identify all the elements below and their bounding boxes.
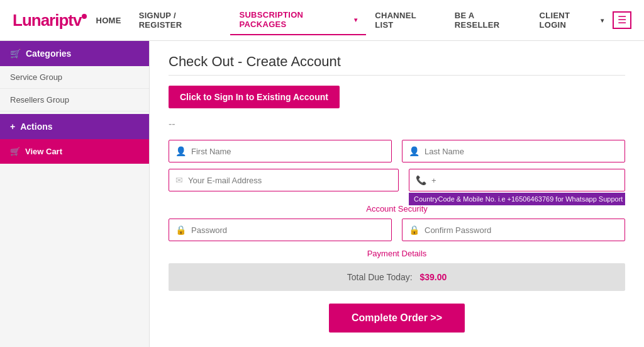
- password-wrapper: 🔒: [169, 219, 392, 241]
- nav-client-login[interactable]: CLIENT LOGIN ▾: [531, 6, 613, 35]
- email-input[interactable]: [188, 176, 392, 185]
- logo-dot: [82, 14, 87, 19]
- password-row: 🔒 🔒: [169, 219, 625, 241]
- password-input[interactable]: [191, 225, 385, 235]
- cart-icon: 🛒: [10, 48, 21, 59]
- complete-order-section: Complete Order >>: [169, 304, 625, 333]
- name-section: 👤 👤 ✉ 📞 Cou: [169, 140, 625, 191]
- payment-label: Payment Details: [169, 249, 625, 258]
- first-name-input[interactable]: [191, 147, 385, 156]
- total-label: Total Due Today:: [347, 272, 413, 282]
- name-row: 👤 👤: [169, 140, 625, 162]
- phone-tooltip: CountryCode & Mobile No. i.e +1650646376…: [409, 193, 625, 205]
- nav-reseller[interactable]: BE A RESELLER: [446, 6, 531, 35]
- email-icon: ✉: [175, 175, 183, 185]
- email-phone-row: ✉ 📞 CountryCode & Mobile No. i.e +165064…: [169, 169, 625, 191]
- sidebar-actions-header: + Actions: [0, 114, 149, 139]
- payment-box: Total Due Today: $39.00: [169, 263, 625, 291]
- last-name-input[interactable]: [425, 147, 618, 156]
- phone-container: 📞 CountryCode & Mobile No. i.e +16506463…: [409, 169, 625, 191]
- confirm-password-wrapper: 🔒: [402, 219, 625, 241]
- main-content: Check Out - Create Account Click to Sign…: [150, 41, 644, 347]
- phone-icon: 📞: [416, 175, 426, 185]
- nav-subscription[interactable]: SUBSCRIPTION PACKAGES ▾: [230, 5, 366, 35]
- page-title: Check Out - Create Account: [169, 54, 625, 76]
- sidebar: 🛒 Categories Service Group Resellers Gro…: [0, 41, 150, 347]
- lock-icon-2: 🔒: [409, 225, 419, 235]
- logo-text: Lunariptv: [13, 11, 81, 30]
- complete-order-button[interactable]: Complete Order >>: [329, 304, 465, 333]
- sidebar-categories-header: 🛒 Categories: [0, 41, 149, 66]
- nav-home[interactable]: HOME: [87, 11, 130, 30]
- dash-line: --: [169, 118, 625, 130]
- subscription-arrow-icon: ▾: [354, 16, 357, 23]
- phone-wrapper: 📞: [409, 169, 625, 191]
- sidebar-item-resellers-group[interactable]: Resellers Group: [0, 89, 149, 111]
- main-nav: HOME SIGNUP / REGISTER SUBSCRIPTION PACK…: [87, 5, 613, 35]
- lock-icon: 🔒: [175, 225, 186, 235]
- account-security-label: Account Security: [169, 204, 625, 213]
- sidebar-item-service-group[interactable]: Service Group: [0, 66, 149, 89]
- last-name-wrapper: 👤: [402, 140, 625, 162]
- plus-icon: +: [10, 122, 15, 132]
- phone-input[interactable]: [431, 176, 618, 185]
- total-amount: $39.00: [419, 272, 447, 282]
- client-login-arrow-icon: ▾: [601, 17, 604, 24]
- nav-channel-list[interactable]: CHANNEL LIST: [366, 6, 446, 35]
- email-wrapper: ✉: [169, 169, 399, 191]
- cart-icon-2: 🛒: [10, 147, 20, 156]
- logo: Lunariptv: [13, 11, 87, 30]
- confirm-password-input[interactable]: [425, 225, 618, 235]
- person-icon: 👤: [175, 146, 186, 156]
- sign-in-button[interactable]: Click to Sign In to Existing Account: [169, 86, 340, 108]
- nav-signup[interactable]: SIGNUP / REGISTER: [130, 6, 231, 35]
- first-name-wrapper: 👤: [169, 140, 392, 162]
- header: Lunariptv HOME SIGNUP / REGISTER SUBSCRI…: [0, 0, 644, 41]
- main-layout: 🛒 Categories Service Group Resellers Gro…: [0, 41, 644, 347]
- person-icon-2: 👤: [409, 146, 419, 156]
- sidebar-view-cart[interactable]: 🛒 View Cart: [0, 139, 149, 164]
- hamburger-button[interactable]: ☰: [613, 11, 631, 29]
